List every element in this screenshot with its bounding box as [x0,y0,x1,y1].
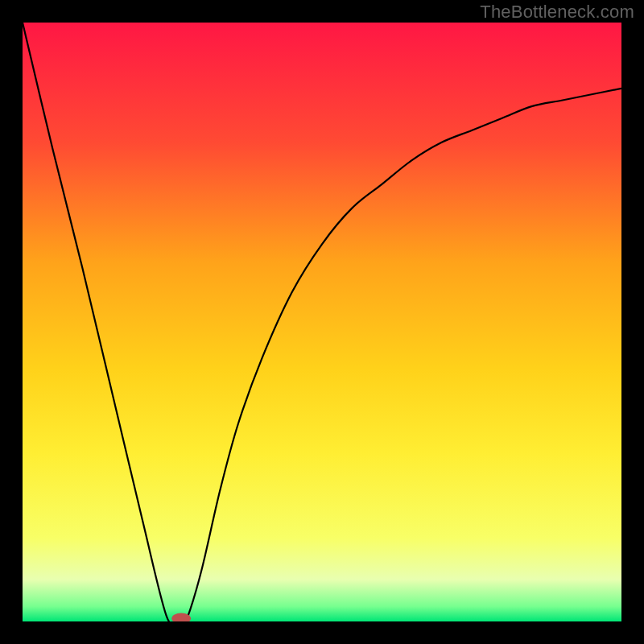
bottleneck-chart-svg [23,23,621,621]
chart-background [23,23,621,621]
chart-frame: TheBottleneck.com [0,0,644,644]
plot-area [23,23,621,621]
watermark-text: TheBottleneck.com [480,2,634,23]
